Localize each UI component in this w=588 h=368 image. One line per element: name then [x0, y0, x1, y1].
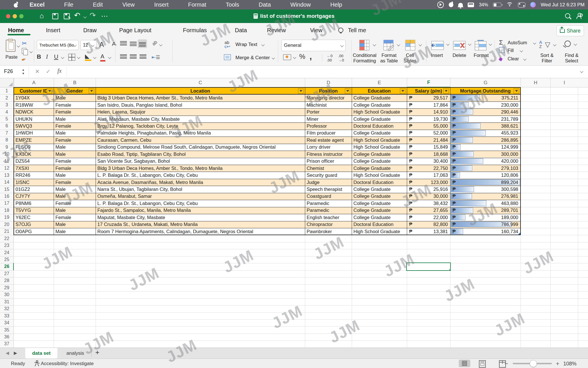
- tab-view[interactable]: View: [310, 27, 322, 34]
- tab-review[interactable]: Review: [267, 27, 286, 34]
- find-select-label[interactable]: Find &Select: [559, 53, 584, 64]
- sheet-tab-analysis[interactable]: analysis: [61, 348, 90, 359]
- column-header-G[interactable]: G: [450, 78, 521, 87]
- row-header-21[interactable]: 21: [0, 228, 13, 235]
- align-left-icon[interactable]: [120, 54, 127, 59]
- insert-cells-chevron-icon[interactable]: [446, 42, 449, 45]
- add-sheet-icon[interactable]: +: [95, 348, 99, 356]
- filter-button[interactable]: [514, 88, 519, 94]
- row-header-33[interactable]: 33: [0, 312, 13, 319]
- align-middle-icon[interactable]: [130, 42, 137, 46]
- column-header-E[interactable]: E: [352, 78, 407, 87]
- zoom-in-icon[interactable]: +: [556, 360, 559, 367]
- underline-chevron-icon[interactable]: [61, 55, 64, 59]
- presence-icon[interactable]: [577, 13, 582, 19]
- row-header-13[interactable]: 13: [0, 172, 13, 179]
- delete-cells-label[interactable]: Delete: [450, 53, 469, 58]
- row-header-23[interactable]: 23: [0, 242, 13, 249]
- decrease-decimal-icon[interactable]: .00→0: [338, 54, 344, 62]
- align-bottom-icon[interactable]: [138, 39, 147, 48]
- zoom-percent[interactable]: 108%: [563, 361, 577, 367]
- font-color-chevron-icon[interactable]: [108, 55, 111, 59]
- column-header-D[interactable]: D: [305, 78, 352, 87]
- row-header-22[interactable]: 22: [0, 235, 13, 242]
- accessibility-icon[interactable]: [34, 360, 40, 367]
- column-header-H[interactable]: H: [521, 78, 550, 87]
- currency-icon[interactable]: [283, 54, 291, 60]
- fill-color-chevron-icon[interactable]: [93, 55, 96, 59]
- tab-formulas[interactable]: Formulas: [183, 27, 207, 34]
- clear-icon[interactable]: ◆: [498, 55, 503, 62]
- merge-center-icon[interactable]: [224, 54, 231, 60]
- column-header-B[interactable]: B: [54, 78, 96, 87]
- copy-chevron-icon[interactable]: [29, 50, 32, 53]
- row-header-32[interactable]: 32: [0, 305, 13, 312]
- tab-page-layout[interactable]: Page Layout: [119, 27, 151, 34]
- name-box-stepper[interactable]: ▲▼: [22, 68, 25, 75]
- selected-cell-f26[interactable]: [406, 262, 451, 271]
- column-header-I[interactable]: I: [550, 78, 578, 87]
- conditional-formatting-chevron-icon[interactable]: [373, 43, 376, 46]
- clear-chevron-icon[interactable]: [523, 57, 526, 60]
- conditional-formatting-label[interactable]: ConditionalFormatting: [349, 53, 380, 64]
- row-header-19[interactable]: 19: [0, 214, 13, 221]
- format-cells-chevron-icon[interactable]: [489, 42, 492, 45]
- clear-label[interactable]: Clear: [508, 56, 522, 62]
- notification-bell-icon[interactable]: [458, 3, 463, 7]
- cell-styles-chevron-icon[interactable]: [419, 43, 422, 46]
- share-button[interactable]: Share: [556, 25, 584, 36]
- zoom-out-icon[interactable]: −: [504, 360, 508, 367]
- siri-icon[interactable]: [530, 2, 536, 7]
- fill-handle[interactable]: [449, 269, 451, 271]
- row-header-10[interactable]: 10: [0, 151, 13, 158]
- row-header-31[interactable]: 31: [0, 298, 13, 305]
- paste-chevron-icon[interactable]: [17, 44, 20, 47]
- format-as-table-icon[interactable]: [382, 39, 394, 51]
- comma-icon[interactable]: ,: [310, 51, 312, 61]
- filter-button[interactable]: [443, 88, 449, 94]
- apple-menu-icon[interactable]: [14, 2, 18, 7]
- zoom-slider-knob[interactable]: [530, 360, 537, 367]
- view-page-layout-icon[interactable]: [479, 360, 486, 368]
- menu-help[interactable]: Help: [330, 1, 342, 8]
- menu-edit[interactable]: Edit: [93, 1, 103, 8]
- format-painter-icon[interactable]: ✒: [20, 55, 27, 64]
- align-right-icon[interactable]: [140, 54, 146, 59]
- decrease-font-icon[interactable]: Aˇ: [112, 41, 117, 47]
- app-status-icon[interactable]: [449, 2, 453, 7]
- menu-insert[interactable]: Insert: [154, 1, 169, 8]
- row-header-17[interactable]: 17: [0, 200, 13, 207]
- name-box[interactable]: F26: [4, 68, 13, 74]
- insert-function-icon[interactable]: fx: [57, 68, 61, 74]
- next-sheet-icon[interactable]: ▶: [14, 350, 17, 356]
- row-header-14[interactable]: 14: [0, 179, 13, 186]
- tab-tell-me[interactable]: Tell me: [348, 27, 366, 34]
- column-header-F[interactable]: F: [407, 78, 450, 87]
- menu-data[interactable]: Data: [259, 1, 271, 8]
- fill-icon[interactable]: ↓: [499, 47, 505, 53]
- align-center-icon[interactable]: [130, 54, 137, 59]
- copy-icon[interactable]: [22, 48, 26, 54]
- autosum-icon[interactable]: Σ: [499, 39, 503, 46]
- row-header-12[interactable]: 12: [0, 165, 13, 172]
- font-color-icon[interactable]: A: [100, 53, 104, 60]
- insert-cells-icon[interactable]: [431, 41, 444, 50]
- autosum-label[interactable]: AutoSum: [508, 40, 533, 45]
- borders-chevron-icon[interactable]: [77, 55, 80, 59]
- filter-button[interactable]: [345, 88, 350, 94]
- row-header-29[interactable]: 29: [0, 284, 13, 291]
- screen-record-icon[interactable]: [437, 1, 444, 8]
- keyboard-icon[interactable]: [468, 3, 474, 7]
- percent-icon[interactable]: %: [299, 53, 305, 61]
- number-format-select[interactable]: General: [281, 40, 346, 51]
- row-header-3[interactable]: 3: [0, 101, 13, 108]
- row-header-36[interactable]: 36: [0, 334, 13, 340]
- sort-filter-label[interactable]: Sort &Filter: [535, 53, 559, 64]
- sheet-tab-data-set[interactable]: data set: [25, 348, 57, 359]
- menu-app-name[interactable]: Excel: [30, 1, 45, 8]
- row-header-20[interactable]: 20: [0, 221, 13, 228]
- delete-cells-icon[interactable]: [452, 41, 466, 50]
- conditional-formatting-icon[interactable]: [358, 39, 370, 51]
- sort-filter-icon[interactable]: AZ: [539, 40, 542, 49]
- row-header-34[interactable]: 34: [0, 319, 13, 326]
